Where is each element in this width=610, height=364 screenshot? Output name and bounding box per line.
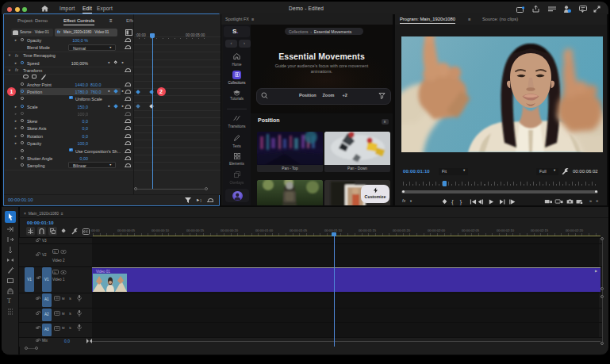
svg-text:fx: fx [54,270,57,274]
svg-text:fx: fx [54,250,57,254]
svg-text:{: { [451,198,454,205]
svg-text:}: } [460,198,462,205]
